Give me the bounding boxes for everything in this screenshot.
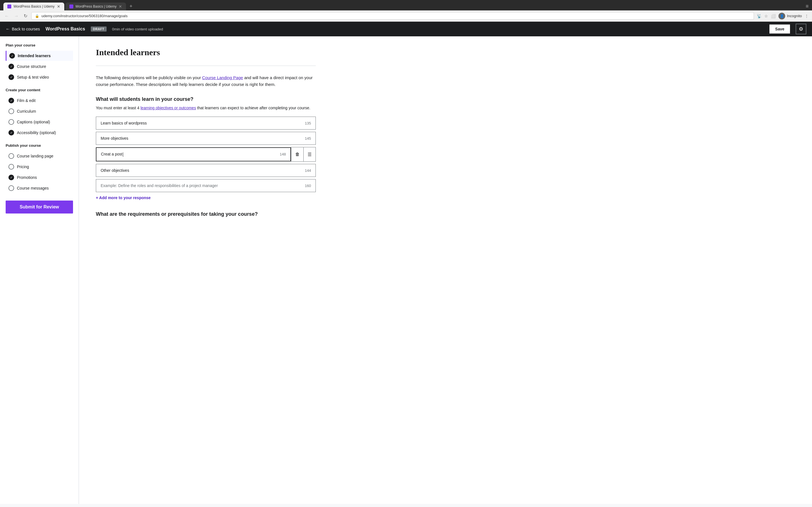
settings-button[interactable]: ⚙ xyxy=(796,24,806,34)
objective-input-2[interactable]: More objectives 145 xyxy=(96,132,316,145)
delete-objective-button[interactable]: 🗑 xyxy=(291,147,303,162)
sidebar-item-captions[interactable]: Captions (optional) xyxy=(6,117,73,127)
plan-section-title: Plan your course xyxy=(6,43,73,47)
forward-nav-button[interactable]: → xyxy=(13,12,20,20)
course-landing-page-link[interactable]: Course Landing Page xyxy=(202,75,243,80)
text-cursor xyxy=(123,152,123,157)
sidebar-label-course-landing-page: Course landing page xyxy=(17,154,53,158)
objective-text-3: Creat a post xyxy=(101,152,277,157)
check-circle-course-messages xyxy=(8,185,14,191)
address-input[interactable]: 🔒 udemy.com/instructor/course/5063180/ma… xyxy=(31,12,754,20)
sidebar-item-course-messages[interactable]: Course messages xyxy=(6,183,73,193)
check-circle-course-landing-page xyxy=(8,153,14,159)
add-more-response-link[interactable]: + Add more to your response xyxy=(96,195,316,200)
incognito-label: Incognito xyxy=(787,14,802,18)
back-to-courses-link[interactable]: ← Back to courses xyxy=(6,26,40,32)
tab-title-1: WordPress Basics | Udemy xyxy=(13,4,55,8)
draft-badge: DRAFT xyxy=(91,26,107,32)
sidebar-label-curriculum: Curriculum xyxy=(17,109,36,114)
description-text: The following descriptions will be publi… xyxy=(96,74,316,88)
objectives-section: What will students learn in your course?… xyxy=(96,96,316,200)
char-count-4: 144 xyxy=(305,168,311,173)
char-count-2: 145 xyxy=(305,136,311,140)
sidebar-label-accessibility: Accessibility (optional) xyxy=(17,130,56,135)
sidebar-item-pricing[interactable]: Pricing xyxy=(6,162,73,172)
sidebar-label-captions: Captions (optional) xyxy=(17,120,50,124)
browser-actions: 📡 ☆ ⬜ 👤 Incognito ⋮ xyxy=(757,13,809,19)
char-count-5: 160 xyxy=(305,184,311,188)
sidebar-item-promotions[interactable]: Promotions xyxy=(6,172,73,182)
extension-icon[interactable]: ⬜ xyxy=(771,14,776,18)
requirements-heading: What are the requirements or prerequisit… xyxy=(96,211,316,217)
sidebar-item-course-landing-page[interactable]: Course landing page xyxy=(6,151,73,161)
submit-for-review-button[interactable]: Submit for Review xyxy=(6,201,73,214)
more-tabs-button[interactable]: ≡ xyxy=(806,3,809,9)
browser-chrome: WordPress Basics | Udemy ✕ WordPress Bas… xyxy=(0,0,812,22)
publish-section-title: Publish your course xyxy=(6,144,73,148)
sidebar-item-intended-learners[interactable]: Intended learners xyxy=(6,51,73,61)
sidebar-item-film-edit[interactable]: Film & edit xyxy=(6,96,73,106)
gear-icon: ⚙ xyxy=(799,26,803,32)
objectives-subtext: You must enter at least 4 learning objec… xyxy=(96,105,316,111)
sidebar-item-setup-test-video[interactable]: Setup & test video xyxy=(6,72,73,82)
address-bar: ← → ↻ 🔒 udemy.com/instructor/course/5063… xyxy=(0,10,812,22)
more-options-icon[interactable]: ⋮ xyxy=(805,14,809,18)
sidebar-item-curriculum[interactable]: Curriculum xyxy=(6,106,73,116)
objective-input-5[interactable]: Example: Define the roles and responsibi… xyxy=(96,179,316,192)
tab-favicon-1 xyxy=(7,4,11,8)
check-circle-curriculum xyxy=(8,108,14,114)
lock-icon: 🔒 xyxy=(35,14,39,18)
objectives-heading: What will students learn in your course? xyxy=(96,96,316,102)
browser-tab-2[interactable]: WordPress Basics | Udemy ✕ xyxy=(65,3,126,10)
sidebar-label-course-messages: Course messages xyxy=(17,186,49,190)
course-title: WordPress Basics xyxy=(46,26,85,32)
save-button[interactable]: Save xyxy=(769,24,790,34)
tab-title-2: WordPress Basics | Udemy xyxy=(75,4,117,8)
objective-row-1: Learn basics of wordpress 135 xyxy=(96,117,316,129)
sidebar-label-pricing: Pricing xyxy=(17,165,29,169)
learning-objectives-link[interactable]: learning objectives or outcomes xyxy=(140,106,196,110)
sidebar-label-promotions: Promotions xyxy=(17,175,37,180)
url-display: udemy.com/instructor/course/5063180/mana… xyxy=(42,14,128,18)
objective-text-2: More objectives xyxy=(101,136,302,140)
check-circle-course-structure xyxy=(8,64,14,69)
objective-input-1[interactable]: Learn basics of wordpress 135 xyxy=(96,117,316,129)
sidebar-item-course-structure[interactable]: Course structure xyxy=(6,61,73,71)
new-tab-button[interactable]: + xyxy=(127,2,135,10)
sidebar: Plan your course Intended learners Cours… xyxy=(0,36,79,504)
check-circle-setup-test-video xyxy=(8,74,14,80)
tab-close-1[interactable]: ✕ xyxy=(57,4,60,9)
char-count-1: 135 xyxy=(305,121,311,125)
browser-tab-1[interactable]: WordPress Basics | Udemy ✕ xyxy=(3,3,64,10)
objective-actions-3: 🗑 ☰ xyxy=(291,147,316,162)
trash-icon: 🗑 xyxy=(295,152,300,157)
check-circle-pricing xyxy=(8,164,14,170)
incognito-icon: 👤 xyxy=(778,13,785,19)
tab-bar: WordPress Basics | Udemy ✕ WordPress Bas… xyxy=(0,0,812,10)
tab-close-2[interactable]: ✕ xyxy=(119,4,122,9)
check-circle-film-edit xyxy=(8,98,14,103)
drag-objective-button[interactable]: ☰ xyxy=(303,147,316,162)
char-count-3: 148 xyxy=(280,152,286,156)
main-layout: Plan your course Intended learners Cours… xyxy=(0,36,812,504)
refresh-button[interactable]: ↻ xyxy=(22,12,29,20)
sidebar-label-intended-learners: Intended learners xyxy=(18,54,51,58)
objective-row-2: More objectives 145 xyxy=(96,132,316,145)
bookmark-icon[interactable]: ☆ xyxy=(764,14,768,18)
content-area: Intended learners The following descript… xyxy=(79,36,333,504)
objective-input-3[interactable]: Creat a post 148 xyxy=(96,147,291,161)
cast-icon[interactable]: 📡 xyxy=(757,14,762,18)
sidebar-item-accessibility[interactable]: Accessibility (optional) xyxy=(6,128,73,138)
app-header: ← Back to courses WordPress Basics DRAFT… xyxy=(0,22,812,36)
subtext-prefix: You must enter at least 4 xyxy=(96,106,140,110)
description-prefix: The following descriptions will be publi… xyxy=(96,75,202,80)
back-nav-button[interactable]: ← xyxy=(3,12,10,20)
objective-row-3: Creat a post 148 🗑 ☰ xyxy=(96,147,316,162)
objective-row-4: Other objectives 144 xyxy=(96,164,316,177)
tab-favicon-2 xyxy=(69,4,73,8)
check-circle-accessibility xyxy=(8,130,14,135)
objective-placeholder-5: Example: Define the roles and responsibi… xyxy=(101,183,302,188)
incognito-badge: 👤 Incognito xyxy=(778,13,802,19)
objective-input-4[interactable]: Other objectives 144 xyxy=(96,164,316,177)
check-circle-intended-learners xyxy=(9,53,15,59)
